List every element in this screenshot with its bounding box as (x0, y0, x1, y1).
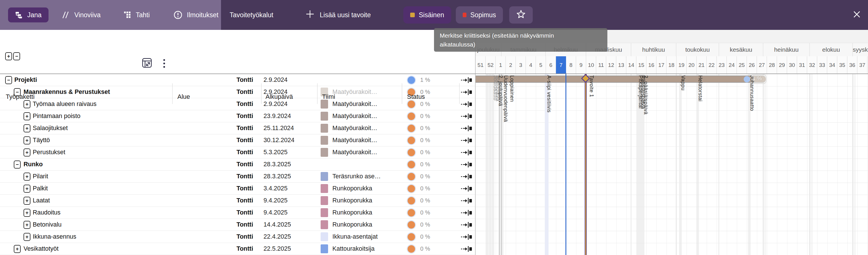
table-row[interactable]: −ProjektiTontti2.9.20241 % (0, 74, 476, 86)
tab-tahti[interactable]: Tahti (123, 0, 150, 30)
gantt-bar-projekti[interactable] (476, 76, 766, 83)
week-cell-13: 13 (616, 56, 626, 74)
team-name-cell: Maatyöurakoit… (332, 122, 377, 134)
jump-to-bar-icon[interactable] (460, 137, 472, 145)
area-cell: Tontti (175, 243, 253, 255)
collapse-row-button[interactable]: − (5, 76, 12, 84)
expand-row-button[interactable]: + (24, 185, 30, 193)
start-date-cell: 28.3.2025 (264, 159, 291, 170)
jump-to-bar-icon[interactable] (460, 88, 472, 97)
row-gridline (476, 231, 868, 231)
goal-toggle-sisäinen[interactable]: Sisäinen (403, 6, 451, 24)
jump-to-bar-icon[interactable] (460, 221, 472, 230)
jump-to-bar-icon[interactable] (460, 185, 472, 194)
area-cell: Tontti (175, 182, 253, 194)
collapse-all-button[interactable]: − (13, 52, 20, 60)
week-gridline (837, 74, 838, 255)
tab-vinoviiva[interactable]: Vinoviiva (61, 0, 101, 30)
area-cell: Tontti (175, 159, 253, 170)
week-gridline (626, 74, 627, 255)
team-color-swatch (321, 244, 328, 253)
status-circle (408, 245, 415, 253)
expand-row-button[interactable]: + (24, 124, 30, 132)
table-row[interactable]: +PilaritTontti28.3.2025Teräsrunko ase…0 … (0, 171, 476, 182)
milestone-line (585, 74, 587, 255)
status-circle (408, 173, 415, 180)
table-row[interactable]: +LaatatTontti9.4.2025Runkoporukka0 % (0, 195, 476, 207)
table-row[interactable]: +Työmaa alueen raivausTontti2.9.2024Maat… (0, 98, 476, 110)
start-date-cell: 5.3.2025 (264, 146, 288, 158)
work-package-name: Täyttö (33, 134, 50, 146)
table-row[interactable]: +BetonivaluTontti14.4.2025Runkoporukka0 … (0, 219, 476, 231)
holiday-stripe (489, 74, 491, 255)
expand-row-button[interactable]: + (24, 233, 30, 241)
row-gridline (476, 98, 868, 98)
table-row[interactable]: +RaudoitusTontti9.4.2025Runkoporukka0 % (0, 207, 476, 219)
jump-to-bar-icon[interactable] (460, 161, 472, 169)
progress-percent: 0 % (420, 231, 430, 243)
mark-critical-star-button[interactable] (509, 6, 533, 24)
jump-to-bar-icon[interactable] (460, 113, 472, 121)
jump-to-bar-icon[interactable] (460, 124, 472, 133)
week-cell-22: 22 (707, 56, 717, 74)
mark-critical-tooltip: Merkitse kriittiseksi (esitetään näkyväm… (434, 28, 608, 52)
jump-to-bar-icon[interactable] (460, 76, 472, 85)
expand-row-button[interactable]: + (24, 136, 30, 144)
expand-row-button[interactable]: + (24, 209, 30, 217)
week-cell-35: 35 (837, 56, 847, 74)
add-goal-button[interactable]: Lisää uusi tavoite (305, 0, 371, 30)
kebab-menu-icon[interactable] (162, 59, 166, 69)
week-gridline (727, 74, 727, 255)
table-row[interactable]: −RunkoTontti28.3.20250 % (0, 159, 476, 171)
expand-all-button[interactable]: + (5, 52, 12, 60)
expand-row-button[interactable]: + (24, 221, 30, 229)
table-row[interactable]: +Pintamaan poistoTontti23.9.2024Maatyöur… (0, 110, 476, 122)
jump-to-bar-icon[interactable] (460, 197, 472, 206)
row-gridline (476, 171, 868, 171)
table-row[interactable]: +TäyttöTontti30.12.2024Maatyöurakoit…0 % (0, 134, 476, 146)
table-row[interactable]: +PalkitTontti3.4.2025Runkoporukka0 % (0, 182, 476, 195)
table-row[interactable]: −Maanrakennus & PerustuksetTontti2.9.202… (0, 86, 476, 98)
week-cell-17: 17 (656, 56, 666, 74)
week-gridline (777, 74, 777, 255)
row-gridline (476, 182, 868, 183)
work-package-name: Ikkuna-asennus (33, 231, 76, 243)
holiday-stripe (492, 74, 494, 255)
jump-to-bar-icon[interactable] (460, 149, 472, 158)
expand-row-button[interactable]: + (24, 197, 30, 205)
expand-row-button[interactable]: + (24, 148, 30, 157)
goal-toggle-sopimus[interactable]: Sopimus (456, 6, 503, 24)
start-date-cell: 25.11.2024 (264, 122, 294, 134)
jump-to-bar-icon[interactable] (460, 245, 472, 254)
team-name-cell: Maatyöurakoit… (332, 134, 377, 146)
holiday-label: Loppiainen (509, 75, 515, 102)
work-package-name: Pilarit (33, 171, 48, 182)
jump-to-bar-icon[interactable] (460, 173, 472, 181)
tab-label: Jana (27, 11, 42, 19)
close-button[interactable] (849, 7, 865, 23)
table-row[interactable]: +PerustuksetTontti5.3.2025Maatyöurakoit…… (0, 146, 476, 159)
expand-row-button[interactable]: + (24, 112, 30, 120)
tab-ilmoitukset[interactable]: Ilmoitukset (174, 0, 218, 30)
expand-row-button[interactable]: + (24, 100, 30, 108)
tab-jana[interactable]: Jana (15, 0, 42, 30)
swap-columns-icon[interactable] (142, 57, 152, 69)
week-cell-7: 7 (556, 56, 566, 74)
week-gridline (606, 74, 607, 255)
area-cell: Tontti (175, 74, 253, 86)
table-row[interactable]: +SalaojituksetTontti25.11.2024Maatyöurak… (0, 122, 476, 134)
table-row[interactable]: +VesikattotyötTontti22.5.2025Kattourakoi… (0, 243, 476, 255)
bar-progress-label: 1 % (753, 75, 762, 82)
column-divider (459, 83, 460, 104)
expand-row-button[interactable]: + (14, 245, 21, 253)
expand-row-button[interactable]: + (24, 173, 30, 181)
week-gridline (656, 74, 657, 255)
jump-to-bar-icon[interactable] (460, 101, 472, 109)
jump-to-bar-icon[interactable] (460, 209, 472, 218)
row-gridline (476, 243, 868, 243)
work-package-name: Laatat (33, 195, 50, 206)
collapse-row-button[interactable]: − (14, 161, 21, 169)
team-color-swatch (321, 196, 328, 205)
jump-to-bar-icon[interactable] (460, 233, 472, 242)
table-row[interactable]: +Ikkuna-asennusTontti22.4.2025Ikkuna-ase… (0, 231, 476, 243)
